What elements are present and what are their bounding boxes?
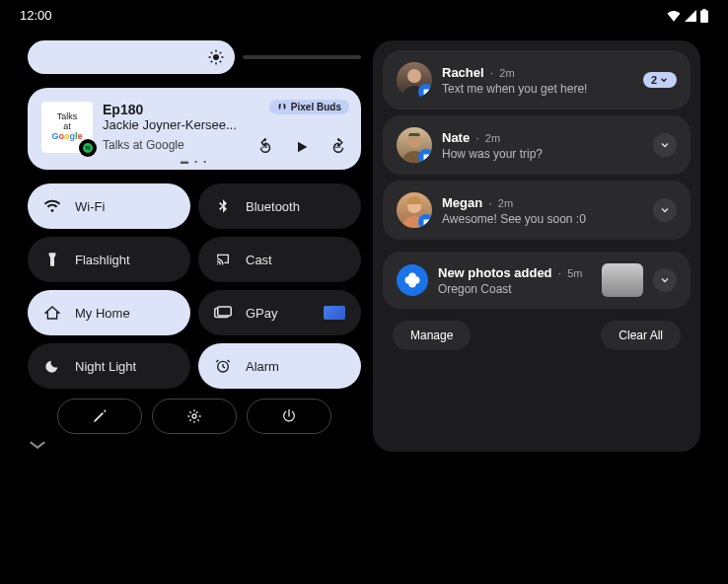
chevron-down-icon (659, 274, 671, 286)
tile-label: Alarm (246, 359, 279, 374)
manage-button[interactable]: Manage (393, 321, 471, 350)
notif-message: Awesome! See you soon :0 (442, 212, 643, 226)
tile-label: GPay (246, 306, 278, 321)
notification-item[interactable]: Rachel·2m Text me when you get here! 2 (383, 50, 691, 110)
qs-myhome[interactable]: My Home (28, 290, 190, 335)
qs-flashlight[interactable]: Flashlight (28, 237, 190, 282)
messages-icon (418, 84, 432, 98)
qs-wifi[interactable]: Wi-Fi (28, 183, 190, 229)
quick-settings-panel: Talks at Google Ep180 Jackie Joyner-Kers… (28, 40, 361, 452)
moon-icon (43, 358, 61, 374)
qs-nightlight[interactable]: Night Light (28, 343, 190, 389)
photo-thumbnail (602, 263, 643, 297)
spotify-icon (79, 139, 97, 157)
flashlight-icon (43, 252, 61, 267)
earbuds-icon (277, 103, 287, 112)
battery-icon (700, 9, 708, 23)
chevron-down-icon (659, 139, 671, 151)
notification-item-photos[interactable]: New photos added·5m Oregon Coast (383, 252, 691, 309)
sender-name: Rachel (442, 65, 484, 80)
quick-settings-grid: Wi-Fi Bluetooth Flashlight Cast My Home … (28, 183, 361, 389)
wifi-icon (43, 197, 61, 215)
notif-time: 2m (498, 197, 513, 209)
status-icons (667, 9, 708, 23)
svg-point-14 (407, 69, 421, 83)
qs-alarm[interactable]: Alarm (198, 343, 361, 389)
device-name: Pixel Buds (291, 102, 341, 112)
chevron-down-icon (659, 204, 671, 216)
expand-button[interactable] (653, 268, 677, 292)
svg-point-0 (213, 54, 219, 60)
svg-line-5 (211, 52, 213, 54)
notification-shade: Rachel·2m Text me when you get here! 2 N… (373, 40, 700, 452)
avatar (397, 62, 432, 98)
sender-name: Megan (442, 195, 482, 210)
notif-time: 5m (567, 267, 582, 279)
notification-item[interactable]: Megan·2m Awesome! See you soon :0 (383, 181, 691, 240)
notif-time: 2m (499, 67, 514, 79)
signal-icon (685, 10, 696, 22)
tile-label: Wi-Fi (75, 199, 105, 214)
chevron-down-icon (659, 75, 669, 85)
google-logo: Google (51, 132, 82, 142)
expand-button[interactable] (653, 198, 677, 222)
sender-name: Nate (442, 130, 470, 145)
avatar (397, 192, 432, 228)
qs-cast[interactable]: Cast (198, 237, 361, 282)
gpay-icon (214, 306, 232, 320)
notification-item[interactable]: Nate·2m How was your trip? (383, 115, 691, 175)
status-bar: 12:00 (0, 0, 728, 27)
notif-title: New photos added (438, 265, 552, 280)
play-button[interactable] (294, 139, 310, 155)
brightness-icon (207, 48, 225, 66)
svg-point-13 (192, 414, 196, 418)
expand-panel-button[interactable] (28, 440, 361, 452)
home-icon (43, 305, 61, 321)
power-button[interactable] (247, 399, 331, 434)
bluetooth-icon (214, 198, 232, 214)
notification-actions: Manage Clear All (383, 315, 691, 356)
notif-subtitle: Oregon Coast (438, 282, 592, 296)
clear-all-button[interactable]: Clear All (601, 321, 681, 350)
tile-label: Bluetooth (246, 199, 300, 214)
svg-rect-11 (218, 307, 232, 316)
tile-label: Flashlight (75, 253, 130, 267)
avatar (397, 127, 432, 163)
brightness-track[interactable] (243, 55, 361, 59)
edit-button[interactable] (57, 399, 142, 434)
notif-count-badge[interactable]: 2 (643, 72, 677, 88)
svg-line-7 (211, 61, 213, 63)
wifi-icon (667, 10, 681, 22)
expand-button[interactable] (653, 133, 677, 157)
brightness-slider[interactable] (28, 40, 235, 74)
cast-icon (214, 252, 232, 267)
messages-icon (418, 149, 432, 163)
notif-message: How was your trip? (442, 147, 643, 161)
alarm-icon (214, 358, 232, 374)
svg-point-15 (407, 134, 421, 148)
svg-line-6 (220, 61, 222, 63)
tile-label: Night Light (75, 359, 136, 374)
bottom-buttons (28, 399, 361, 434)
svg-line-8 (220, 52, 222, 54)
page-indicator: ▬ • • (181, 157, 208, 166)
clock: 12:00 (20, 8, 52, 23)
skip-back-button[interactable]: 15 (256, 138, 274, 156)
media-subtitle: Jackie Joyner-Kersee... (103, 117, 347, 132)
card-thumb (324, 306, 345, 320)
media-cover-art: Talks at Google (41, 102, 93, 153)
tile-label: Cast (246, 253, 272, 267)
notif-message: Text me when you get here! (442, 82, 633, 96)
media-source: Talks at Google (103, 138, 184, 152)
photos-icon (397, 264, 428, 296)
skip-forward-button[interactable]: 15 (329, 138, 347, 156)
qs-gpay[interactable]: GPay (198, 290, 361, 335)
settings-button[interactable] (152, 399, 237, 434)
output-device-pill[interactable]: Pixel Buds (269, 100, 349, 114)
media-player-card[interactable]: Talks at Google Ep180 Jackie Joyner-Kers… (28, 88, 361, 170)
tile-label: My Home (75, 306, 130, 321)
messages-icon (418, 214, 432, 228)
qs-bluetooth[interactable]: Bluetooth (198, 183, 361, 229)
notif-time: 2m (485, 132, 500, 144)
